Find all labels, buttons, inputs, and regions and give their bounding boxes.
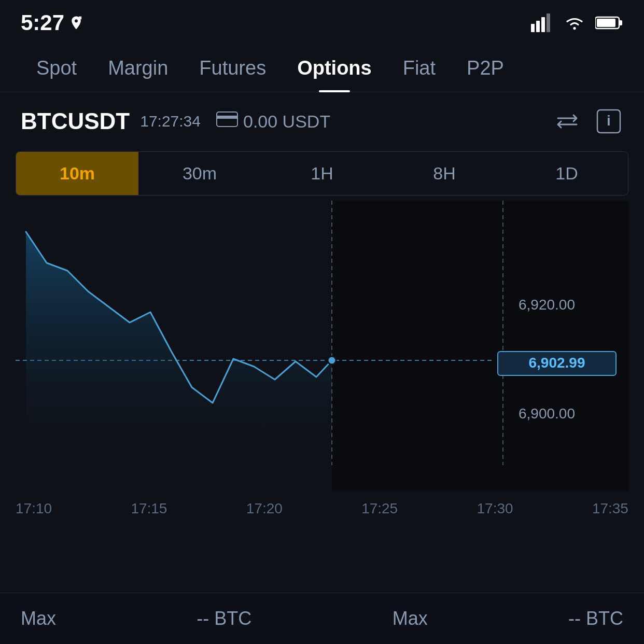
location-icon bbox=[68, 15, 84, 31]
period-tabs: 10m 30m 1H 8H 1D bbox=[16, 151, 628, 195]
header-info: BTCUSDT 17:27:34 0.00 USDT i bbox=[0, 92, 644, 146]
svg-rect-7 bbox=[597, 19, 615, 27]
svg-point-17 bbox=[328, 356, 336, 365]
svg-rect-6 bbox=[619, 20, 622, 25]
period-1h[interactable]: 1H bbox=[261, 152, 383, 195]
status-bar: 5:27 bbox=[0, 0, 644, 41]
tab-spot[interactable]: Spot bbox=[21, 52, 92, 92]
header-actions: i bbox=[553, 107, 623, 136]
svg-rect-12 bbox=[332, 201, 628, 491]
tab-p2p[interactable]: P2P bbox=[451, 52, 520, 92]
balance-card-icon bbox=[216, 111, 238, 131]
time-1715: 17:15 bbox=[131, 500, 167, 517]
svg-marker-16 bbox=[26, 232, 332, 470]
svg-rect-3 bbox=[547, 13, 550, 32]
tab-margin[interactable]: Margin bbox=[92, 52, 184, 92]
max-left: Max bbox=[21, 608, 56, 629]
tab-fiat[interactable]: Fiat bbox=[387, 52, 451, 92]
time-1735: 17:35 bbox=[592, 500, 628, 517]
time-display: 5:27 bbox=[21, 10, 64, 35]
transfer-icon[interactable] bbox=[553, 107, 582, 136]
period-10m[interactable]: 10m bbox=[16, 152, 138, 195]
svg-text:6,902.99: 6,902.99 bbox=[529, 355, 585, 371]
period-8h[interactable]: 8H bbox=[383, 152, 506, 195]
svg-text:6,900.00: 6,900.00 bbox=[519, 405, 575, 422]
chart-container[interactable]: 6,920.00 6,900.00 6,902.99 bbox=[16, 201, 628, 491]
svg-rect-0 bbox=[531, 24, 535, 32]
svg-text:6,920.00: 6,920.00 bbox=[519, 297, 575, 313]
info-icon[interactable]: i bbox=[594, 107, 623, 136]
status-time: 5:27 bbox=[21, 10, 84, 35]
svg-text:i: i bbox=[607, 113, 611, 129]
nav-tabs: Spot Margin Futures Options Fiat P2P bbox=[0, 41, 644, 92]
period-30m[interactable]: 30m bbox=[138, 152, 261, 195]
svg-rect-1 bbox=[536, 21, 540, 32]
market-timestamp: 17:27:34 bbox=[140, 113, 201, 130]
price-chart: 6,920.00 6,900.00 6,902.99 bbox=[16, 201, 628, 491]
balance-value: 0.00 USDT bbox=[243, 111, 330, 132]
svg-rect-2 bbox=[541, 17, 545, 32]
time-labels: 17:10 17:15 17:20 17:25 17:30 17:35 bbox=[0, 493, 644, 524]
time-1710: 17:10 bbox=[16, 500, 52, 517]
svg-point-4 bbox=[573, 27, 576, 30]
status-icons bbox=[531, 13, 623, 32]
period-1d[interactable]: 1D bbox=[506, 152, 628, 195]
tab-options[interactable]: Options bbox=[282, 52, 387, 92]
time-1725: 17:25 bbox=[361, 500, 398, 517]
bottom-section: Max -- BTC Max -- BTC bbox=[0, 593, 644, 644]
svg-rect-8 bbox=[217, 112, 237, 127]
max-right: Max bbox=[393, 608, 428, 629]
time-1730: 17:30 bbox=[477, 500, 513, 517]
balance-area: 0.00 USDT bbox=[216, 111, 330, 132]
battery-icon bbox=[595, 15, 623, 31]
btc-left: -- BTC bbox=[197, 608, 251, 629]
btc-right: -- BTC bbox=[568, 608, 623, 629]
signal-icon bbox=[531, 13, 554, 32]
tab-futures[interactable]: Futures bbox=[184, 52, 282, 92]
trading-symbol: BTCUSDT bbox=[21, 108, 130, 134]
wifi-icon bbox=[563, 13, 586, 32]
time-1720: 17:20 bbox=[246, 500, 283, 517]
svg-rect-9 bbox=[217, 116, 237, 119]
